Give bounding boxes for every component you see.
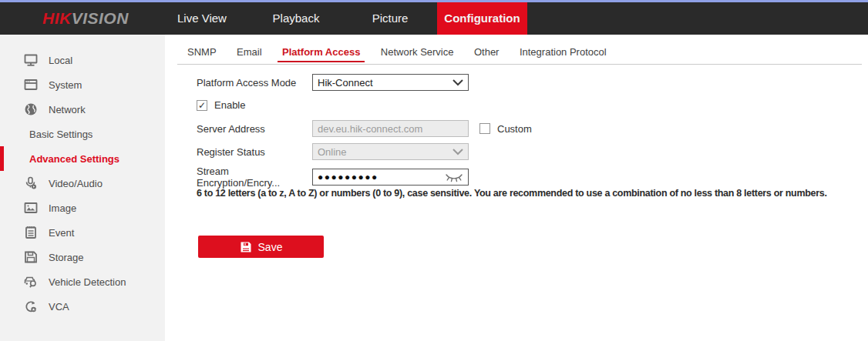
hikvision-configuration-screen: HIKVISION Live View Playback Picture Con… [0,0,868,341]
sidebar-item-system[interactable]: System [0,72,165,97]
sidebar-item-event[interactable]: Event [0,220,165,245]
platform-access-mode-select[interactable]: Hik-Connect [312,74,469,91]
nav-playback[interactable]: Playback [249,2,343,35]
nav-configuration[interactable]: Configuration [437,2,527,35]
password-value: ●●●●●●●●● [318,172,445,182]
enable-label: Enable [214,99,245,111]
sidebar-item-network[interactable]: Network [0,97,165,122]
main-content: SNMP Email Platform Access Network Servi… [165,35,868,341]
eye-closed-icon[interactable] [445,172,463,182]
vehicle-search-icon [23,274,39,289]
select-value: Hik-Connect [318,77,453,89]
sidebar-item-label: Image [49,202,76,214]
tab-snmp[interactable]: SNMP [187,45,217,62]
sidebar-item-label: Storage [49,252,84,263]
register-status-label: Register Status [197,146,312,158]
hikvision-logo: HIKVISION [42,2,129,35]
logo-text-gray: VISION [72,9,129,28]
tabs-divider [177,64,862,65]
sidebar-item-label: Basic Settings [29,129,93,140]
sidebar-item-label: Vehicle Detection [49,276,126,288]
sidebar-item-vca[interactable]: VCA [0,294,165,319]
sidebar-item-local[interactable]: Local [0,48,165,72]
sidebar-item-label: Network [49,104,86,115]
image-icon [23,200,39,216]
globe-icon [23,102,39,117]
sidebar-item-label: Local [49,55,72,66]
tab-email[interactable]: Email [237,45,262,62]
main-nav: Live View Playback Picture Configuration [155,2,527,35]
nav-live-view[interactable]: Live View [155,2,249,35]
vca-icon [23,299,39,314]
chevron-down-icon [453,79,463,86]
logo-text-red: HIK [42,9,72,28]
enable-row: ✓ Enable [197,99,245,111]
select-value: Online [318,146,453,158]
tab-other[interactable]: Other [474,45,500,62]
settings-tabs: SNMP Email Platform Access Network Servi… [187,45,624,62]
enable-checkbox[interactable]: ✓ [197,100,207,111]
sidebar-item-label: VCA [49,301,69,313]
server-address-row: Server Address dev.eu.hik-connect.com Cu… [197,120,532,137]
register-status-select: Online [312,143,469,160]
platform-access-mode-row: Platform Access Mode Hik-Connect [197,74,469,91]
sidebar-item-label: Event [49,227,74,239]
chevron-down-icon [453,149,463,155]
sidebar-item-label: Video/Audio [49,178,103,189]
microphone-icon [23,176,39,191]
save-button-label: Save [258,241,283,253]
server-address-label: Server Address [197,123,312,135]
stream-encryption-row: Stream Encryption/Encry... ●●●●●●●●● [197,165,469,189]
sidebar-item-basic-settings[interactable]: Basic Settings [0,122,165,146]
sidebar-item-storage[interactable]: Storage [0,245,165,269]
stream-encryption-input[interactable]: ●●●●●●●●● [312,169,469,186]
custom-label: Custom [497,123,532,135]
custom-checkbox[interactable] [479,123,490,134]
sidebar-item-image[interactable]: Image [0,196,165,220]
stream-encryption-label: Stream Encryption/Encry... [197,165,312,189]
save-button[interactable]: Save [198,236,324,258]
tab-network-service[interactable]: Network Service [381,45,454,62]
monitor-icon [23,52,39,68]
sidebar-item-video-audio[interactable]: Video/Audio [0,171,165,196]
password-hint-text: 6 to 12 letters (a to z, A to Z) or numb… [197,188,827,199]
tab-platform-access[interactable]: Platform Access [278,45,365,62]
event-icon [23,225,39,240]
sidebar-item-label: System [49,79,82,91]
platform-access-mode-label: Platform Access Mode [197,77,312,89]
sidebar-item-vehicle-detection[interactable]: Vehicle Detection [0,269,165,294]
window-icon [23,77,39,92]
nav-picture[interactable]: Picture [343,2,437,35]
save-icon [240,241,252,253]
sidebar-item-advanced-settings[interactable]: Advanced Settings [0,146,165,171]
server-address-input: dev.eu.hik-connect.com [312,120,469,137]
sidebar-item-label: Advanced Settings [29,153,119,165]
sidebar: Local System Network Basic Settings Adva… [0,35,165,341]
app-header: HIKVISION Live View Playback Picture Con… [0,2,868,35]
register-status-row: Register Status Online [197,143,469,160]
storage-icon [23,249,39,265]
tab-integration-protocol[interactable]: Integration Protocol [520,45,607,62]
input-value: dev.eu.hik-connect.com [318,123,463,135]
